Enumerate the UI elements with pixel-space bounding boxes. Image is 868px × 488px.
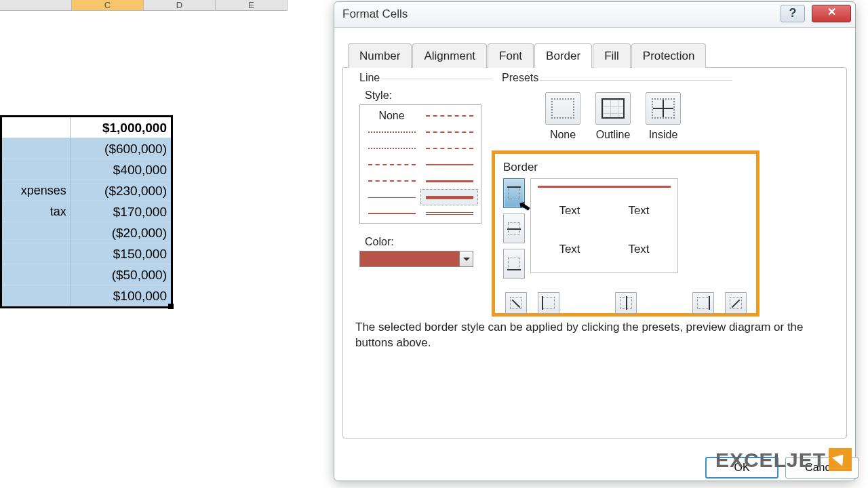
border-hmid-icon [508, 222, 520, 235]
preset-inside-icon [652, 98, 675, 119]
preset-none-button[interactable] [545, 92, 580, 125]
border-vmid-button[interactable] [615, 292, 637, 314]
line-style-opt[interactable] [420, 124, 478, 140]
help-button[interactable]: ? [781, 5, 805, 22]
preview-cell: Text [535, 191, 604, 230]
tab-row: Number Alignment Font Border Fill Protec… [348, 43, 855, 67]
line-style-selected[interactable] [420, 189, 478, 205]
border-top-icon [508, 187, 520, 199]
preset-outline-icon [601, 98, 625, 119]
line-style-opt[interactable] [420, 108, 478, 124]
hint-text: The selected border style can be applied… [355, 320, 841, 351]
logo-arrow-icon [829, 448, 852, 471]
line-style-opt[interactable] [420, 157, 478, 173]
border-preview[interactable]: Text Text Text Text [530, 178, 678, 273]
line-style-opt[interactable] [363, 173, 420, 189]
cell-value[interactable]: $1,000,000 [71, 117, 171, 138]
cell-value[interactable]: ($230,000) [71, 180, 171, 201]
border-section-highlight: Border Text Text Text Text [492, 150, 760, 317]
preset-inside-label: Inside [649, 129, 678, 141]
line-style-opt[interactable] [363, 124, 420, 140]
line-style-opt[interactable] [363, 140, 420, 157]
fill-handle[interactable] [168, 304, 174, 309]
border-left-button[interactable] [538, 292, 559, 314]
preset-inside-button[interactable] [646, 92, 681, 125]
line-label: Line [359, 72, 495, 84]
cell-value[interactable]: $170,000 [71, 201, 171, 222]
line-style-none[interactable]: None [363, 108, 420, 124]
border-color-swatch[interactable] [359, 251, 460, 267]
line-style-opt[interactable] [420, 173, 478, 189]
line-style-palette: None [359, 104, 481, 224]
cell-value[interactable]: ($50,000) [71, 264, 171, 285]
diag-down-icon [730, 297, 742, 309]
preset-outline-button[interactable] [595, 92, 631, 125]
cell-value[interactable]: $150,000 [71, 243, 171, 264]
presets-label: Presets [502, 72, 732, 84]
tab-fill[interactable]: Fill [593, 43, 631, 68]
tab-protection[interactable]: Protection [631, 43, 707, 68]
exceljet-logo: EXCELJET [715, 448, 852, 472]
border-right-icon [697, 297, 709, 309]
dialog-title: Format Cells [342, 7, 408, 21]
border-vmid-icon [620, 297, 632, 309]
border-hmid-button[interactable] [503, 214, 525, 243]
titlebar[interactable]: Format Cells ? ✕ [334, 2, 855, 28]
color-label: Color: [365, 236, 495, 248]
style-label: Style: [365, 89, 495, 102]
tab-border[interactable]: Border [534, 43, 592, 68]
border-diag-down-button[interactable] [725, 292, 747, 314]
border-color-dropdown[interactable] [460, 251, 473, 267]
border-bottom-icon [508, 258, 520, 270]
close-button[interactable]: ✕ [812, 5, 851, 22]
border-bottom-button[interactable] [503, 249, 525, 279]
cell-value[interactable]: ($20,000) [71, 222, 171, 243]
preset-none-label: None [550, 129, 576, 141]
tab-number[interactable]: Number [348, 43, 412, 68]
preset-none-icon [551, 98, 574, 119]
column-E[interactable]: E [216, 0, 288, 11]
preset-outline-label: Outline [596, 129, 631, 141]
column-C[interactable]: C [72, 0, 144, 11]
cell-value[interactable]: $400,000 [71, 159, 171, 180]
preview-cell: Text [535, 230, 604, 268]
column-headers: C D E [0, 0, 288, 11]
line-style-opt[interactable] [363, 189, 420, 205]
line-style-opt[interactable] [363, 205, 420, 222]
line-style-opt[interactable] [420, 205, 478, 222]
border-right-button[interactable] [692, 292, 714, 314]
preview-cell: Text [604, 230, 673, 268]
cell-value[interactable]: ($600,000) [71, 138, 171, 159]
border-left-icon [542, 297, 555, 309]
selected-range: $1,000,000 ($600,000) $400,000 xpenses($… [0, 115, 173, 308]
presets-group: Presets None Outline Inside [502, 72, 732, 141]
line-style-opt[interactable] [363, 157, 420, 173]
cell-value[interactable]: $100,000 [71, 285, 171, 306]
preview-top-border [538, 186, 671, 188]
tab-alignment[interactable]: Alignment [412, 43, 487, 68]
border-label: Border [503, 161, 748, 174]
line-group: Line Style: None Color: [359, 72, 495, 267]
preview-cell: Text [604, 191, 673, 230]
column-D[interactable]: D [144, 0, 216, 11]
diag-up-icon [510, 297, 522, 309]
line-style-opt[interactable] [420, 140, 478, 157]
border-diag-up-button[interactable] [505, 292, 527, 314]
tab-font[interactable]: Font [488, 43, 534, 68]
